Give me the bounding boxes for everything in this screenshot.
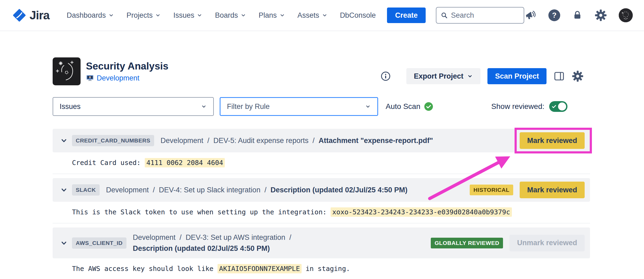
user-avatar-image (619, 8, 633, 22)
chevron-down-icon (279, 12, 285, 18)
nav-item-issues[interactable]: Issues (173, 11, 202, 20)
show-reviewed-label: Show reviewed: (491, 102, 544, 111)
project-avatar-art (53, 57, 81, 85)
mark-reviewed-button[interactable]: Mark reviewed (520, 182, 585, 198)
jira-wordmark: Jira (30, 9, 49, 22)
collapse-chevron-icon[interactable] (60, 137, 68, 144)
rule-badge: CREDIT_CARD_NUMBERS (72, 135, 154, 146)
finding-row-credit-card: CREDIT_CARD_NUMBERS Development / DEV-5:… (53, 129, 590, 174)
chevron-down-icon (108, 12, 114, 18)
project-name-label: Development (97, 74, 139, 82)
finding-header: AWS_CLIENT_ID Development / DEV-3: Set u… (53, 227, 590, 258)
finding-header: CREDIT_CARD_NUMBERS Development / DEV-5:… (53, 129, 590, 152)
chevron-down-icon (365, 104, 371, 109)
main-nav: Dashboards Projects Issues Boards Plans … (67, 11, 376, 20)
user-avatar[interactable] (619, 8, 633, 22)
finding-actions: GLOBALLY REVIEWED Unmark reviewed (425, 235, 585, 251)
rule-badge: AWS_CLIENT_ID (72, 237, 126, 249)
project-avatar (53, 57, 81, 85)
secret-highlight: 4111 0062 2084 4604 (145, 158, 225, 167)
finding-breadcrumb[interactable]: Development / DEV-3: Set up AWS integrat… (133, 232, 291, 254)
create-button[interactable]: Create (387, 8, 426, 23)
issue-type-select[interactable]: Issues (53, 97, 214, 116)
top-navigation-bar: Jira Dashboards Projects Issues Boards P… (0, 0, 644, 31)
info-button[interactable] (381, 71, 391, 81)
project-breadcrumb-link[interactable]: Development (86, 74, 168, 82)
globally-reviewed-badge: GLOBALLY REVIEWED (431, 238, 503, 248)
finding-header: SLACK Development / DEV-4: Set up Slack … (53, 178, 590, 202)
chevron-down-icon (467, 73, 473, 79)
gear-icon (572, 70, 584, 82)
scan-project-button[interactable]: Scan Project (487, 68, 547, 84)
finding-snippet: This is the Slack token to use when sett… (53, 202, 590, 223)
details-panel-button[interactable] (553, 71, 565, 82)
toggle-check-icon (552, 104, 556, 109)
secret-highlight: AKIAIO5FODNN7EXAMPLE (218, 264, 302, 273)
show-reviewed-toggle[interactable] (549, 101, 567, 112)
export-project-button[interactable]: Export Project (406, 68, 481, 84)
page-settings-button[interactable] (572, 70, 584, 82)
project-header: Security Analysis Development (53, 57, 590, 85)
finding-breadcrumb[interactable]: Development / DEV-4: Set up Slack integr… (106, 185, 407, 196)
search-icon (441, 11, 448, 19)
rule-badge: SLACK (72, 184, 100, 196)
rule-filter-select[interactable]: Filter by Rule (220, 97, 378, 116)
filter-row: Issues Filter by Rule Auto Scan Show rev… (53, 97, 590, 116)
finding-row-aws: AWS_CLIENT_ID Development / DEV-3: Set u… (53, 227, 590, 279)
nav-item-dashboards[interactable]: Dashboards (67, 11, 114, 20)
help-button[interactable]: ? (548, 9, 560, 21)
nav-item-projects[interactable]: Projects (126, 11, 161, 20)
collapse-chevron-icon[interactable] (60, 186, 68, 194)
historical-badge: HISTORICAL (470, 185, 513, 195)
jira-logo[interactable]: Jira (12, 8, 49, 22)
settings-button[interactable] (595, 9, 607, 21)
nav-item-plans[interactable]: Plans (259, 11, 285, 20)
mark-reviewed-button[interactable]: Mark reviewed (520, 132, 585, 149)
chevron-down-icon (240, 12, 246, 18)
header-actions: Export Project Scan Project (381, 68, 590, 84)
auto-scan-status: Auto Scan (386, 102, 433, 111)
finding-snippet: The AWS access key should look like AKIA… (53, 258, 590, 279)
development-project-icon (86, 74, 94, 82)
show-reviewed-control: Show reviewed: (491, 101, 567, 112)
topbar-icon-group: ? (524, 8, 633, 22)
toggle-knob (558, 102, 566, 111)
unmark-reviewed-button[interactable]: Unmark reviewed (509, 235, 585, 251)
megaphone-icon (524, 9, 537, 21)
secret-highlight: xoxo-523423-234243-234233-e039d02840a0b9… (331, 207, 512, 217)
jira-security-analysis-page: Jira Dashboards Projects Issues Boards P… (0, 0, 644, 279)
chevron-down-icon (322, 12, 328, 18)
nav-item-dbconsole[interactable]: DbConsole (340, 11, 376, 20)
page-body: Security Analysis Development (0, 57, 644, 279)
finding-snippet: Credit Card used: 4111 0062 2084 4604 (53, 152, 590, 174)
page-title: Security Analysis (86, 61, 168, 72)
security-button[interactable] (572, 10, 583, 21)
chevron-down-icon (155, 12, 161, 18)
details-panel-icon (553, 71, 565, 82)
finding-actions: HISTORICAL Mark reviewed (464, 182, 585, 198)
gear-icon (595, 9, 607, 21)
question-mark-icon: ? (548, 9, 560, 21)
finding-row-slack: SLACK Development / DEV-4: Set up Slack … (53, 178, 590, 223)
chevron-down-icon (197, 12, 202, 18)
jira-logo-icon (12, 8, 26, 22)
collapse-chevron-icon[interactable] (60, 239, 68, 247)
auto-scan-label: Auto Scan (386, 102, 420, 111)
nav-item-assets[interactable]: Assets (298, 11, 328, 20)
finding-actions: Mark reviewed (514, 132, 585, 149)
chevron-down-icon (201, 104, 207, 109)
nav-item-boards[interactable]: Boards (215, 11, 246, 20)
title-block: Security Analysis Development (86, 57, 168, 85)
finding-breadcrumb[interactable]: Development / DEV-5: Audit expense repor… (161, 135, 433, 146)
search-input[interactable] (451, 11, 519, 20)
info-icon (381, 71, 391, 81)
findings-list: CREDIT_CARD_NUMBERS Development / DEV-5:… (53, 129, 590, 279)
check-circle-icon (424, 102, 433, 111)
lock-icon (572, 10, 583, 21)
announcement-button[interactable] (524, 9, 537, 21)
global-search[interactable] (436, 7, 524, 24)
